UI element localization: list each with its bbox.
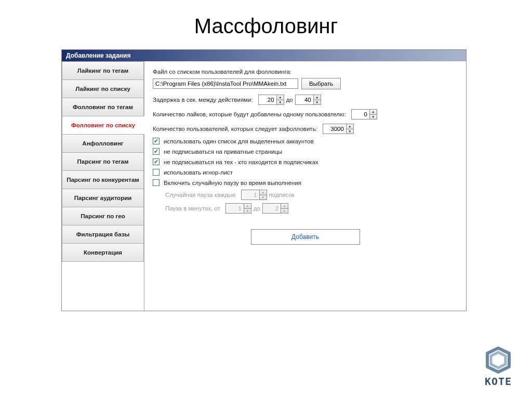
logo-icon	[482, 346, 514, 374]
pause-to-word: до	[254, 205, 260, 211]
checkbox-label: использовать игнор-лист	[164, 169, 233, 176]
brand-logo: KOTE	[482, 346, 514, 388]
sidebar-item-parsing-geo[interactable]: Парсинг по гео	[62, 207, 144, 225]
spinner-down-icon: ▼	[244, 209, 251, 214]
sidebar-item-parsing-competitors[interactable]: Парсинг по конкурентам	[62, 171, 144, 189]
pause-to-spinner: ▲▼	[262, 203, 288, 214]
pause-to-input	[263, 204, 281, 213]
sidebar-item-liking-list[interactable]: Лайкинг по списку	[62, 80, 144, 98]
spinner-down-icon[interactable]: ▼	[277, 100, 284, 105]
app-body: Лайкинг по тегам Лайкинг по списку Фолло…	[62, 61, 466, 311]
form-panel: Файл со списком пользователей для фоллов…	[144, 61, 466, 311]
spinner-down-icon[interactable]: ▼	[370, 115, 377, 119]
sidebar-item-parsing-tags[interactable]: Парсинг по тегам	[62, 153, 144, 171]
likes-spinner[interactable]: ▲▼	[351, 109, 377, 119]
users-label: Количество пользователей, которых следуе…	[153, 126, 317, 132]
sidebar-item-conversion[interactable]: Конвертация	[62, 244, 144, 262]
checkbox-label: не подписываться на приватные страницы	[164, 149, 282, 155]
svg-marker-1	[491, 352, 506, 368]
checkbox-label: не подписываться на тех - кто находится …	[164, 159, 318, 165]
delay-to-spinner[interactable]: ▲▼	[295, 95, 321, 105]
checkbox-no-followers[interactable]: ✔	[153, 158, 159, 165]
delay-from-input[interactable]	[259, 95, 276, 104]
spinner-down-icon[interactable]: ▼	[314, 100, 321, 105]
pause-every-spinner: ▲▼	[241, 190, 267, 200]
sidebar-item-following-tags[interactable]: Фолловинг по тегам	[62, 98, 144, 116]
users-input[interactable]	[323, 124, 346, 134]
sidebar: Лайкинг по тегам Лайкинг по списку Фолло…	[62, 61, 144, 311]
delay-label: Задержка в сек. между действиями:	[153, 97, 253, 103]
likes-label: Количество лайков, которые будут добавле…	[153, 111, 346, 117]
checkbox-label: Включить случайную паузу во время выполн…	[164, 180, 301, 186]
pause-from-spinner: ▲▼	[225, 203, 251, 214]
spinner-up-icon: ▲	[260, 190, 267, 195]
spinner-up-icon: ▲	[281, 204, 288, 209]
spinner-down-icon: ▼	[260, 195, 267, 200]
likes-input[interactable]	[352, 110, 369, 119]
delay-from-spinner[interactable]: ▲▼	[258, 95, 284, 105]
checkbox-random-pause[interactable]	[153, 179, 159, 186]
spinner-down-icon[interactable]: ▼	[347, 129, 353, 134]
pause-every-suffix: подписок	[269, 192, 295, 198]
brand-text: KOTE	[482, 375, 514, 388]
spinner-up-icon: ▲	[244, 204, 251, 209]
pause-min-label: Пауза в минутах, от	[165, 205, 220, 211]
checkbox-row-shared-list: ✔ использовать один список для выделенны…	[153, 138, 458, 144]
file-path-input[interactable]	[153, 78, 298, 89]
sidebar-item-following-list[interactable]: Фолловинг по списку	[62, 116, 144, 135]
pause-from-input	[226, 204, 244, 213]
spinner-up-icon[interactable]: ▲	[370, 110, 377, 115]
pause-every-input	[242, 190, 259, 200]
checkbox-row-ignore-list: использовать игнор-лист	[153, 169, 458, 176]
checkbox-label: использовать один список для выделенных …	[164, 138, 314, 144]
window-titlebar: Добавление задания	[62, 50, 466, 61]
sidebar-item-liking-tags[interactable]: Лайкинг по тегам	[62, 61, 144, 80]
sidebar-item-unfollowing[interactable]: Анфолловинг	[62, 135, 144, 153]
checkbox-row-random-pause: Включить случайную паузу во время выполн…	[153, 179, 458, 186]
slide-title: Массфоловинг	[0, 0, 532, 49]
spinner-down-icon: ▼	[281, 209, 288, 214]
delay-to-input[interactable]	[296, 95, 313, 104]
delay-to-word: до	[286, 97, 293, 103]
spinner-up-icon[interactable]: ▲	[314, 95, 321, 100]
spinner-up-icon[interactable]: ▲	[277, 95, 284, 100]
checkbox-row-no-private: ✔ не подписываться на приватные страницы	[153, 148, 458, 155]
sidebar-item-parsing-audience[interactable]: Парсинг аудитории	[62, 189, 144, 207]
pause-every-label: Случайная пауза каждые	[165, 192, 236, 198]
random-pause-block: Случайная пауза каждые ▲▼ подписок Пауза…	[165, 190, 458, 214]
app-window: Добавление задания Лайкинг по тегам Лайк…	[61, 49, 467, 311]
browse-button[interactable]: Выбрать	[301, 78, 341, 89]
users-spinner[interactable]: ▲▼	[323, 124, 354, 134]
sidebar-item-filter-base[interactable]: Фильтрация базы	[62, 225, 144, 244]
checkbox-shared-list[interactable]: ✔	[153, 138, 159, 144]
file-label: Файл со списком пользователей для фоллов…	[153, 69, 291, 75]
spinner-up-icon[interactable]: ▲	[347, 124, 353, 129]
checkbox-row-no-followers: ✔ не подписываться на тех - кто находитс…	[153, 158, 458, 165]
submit-button[interactable]: Добавить	[251, 229, 360, 245]
checkbox-ignore-list[interactable]	[153, 169, 159, 176]
checkbox-no-private[interactable]: ✔	[153, 148, 159, 155]
